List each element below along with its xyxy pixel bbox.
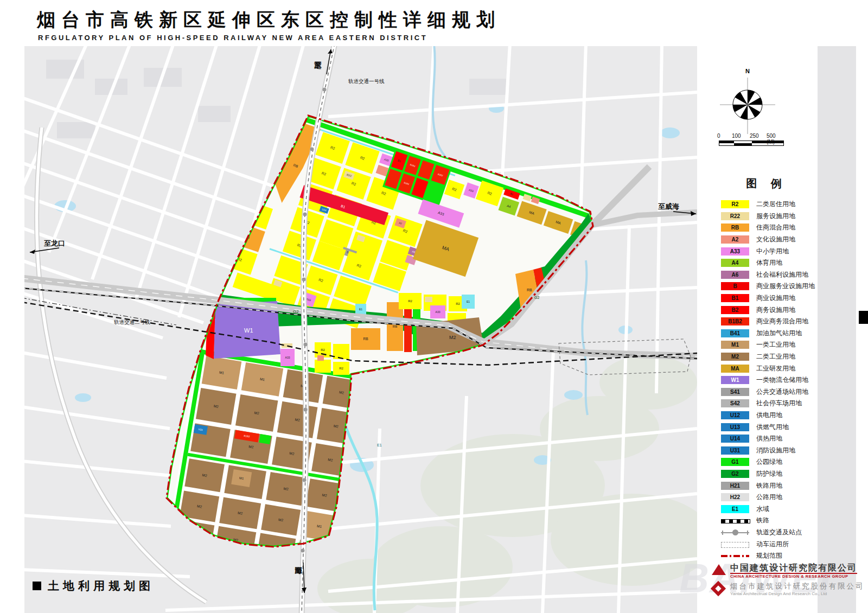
legend-label: 服务设施用地 [756,212,795,221]
legend-swatch: U31 [721,446,749,455]
legend-label: 体育用地 [756,258,782,267]
caption-text: 土地利用规划图 [48,578,154,593]
scale-bar-segment [734,143,752,145]
parcel-R2 [333,344,349,359]
compass-rose-icon: N [697,46,818,182]
map-shape [57,122,95,138]
legend-item: A4体育用地 [716,257,818,269]
legend-item: G2防护绿地 [716,468,818,480]
map-shape [302,278,306,282]
north-label: N [745,68,750,74]
legend-swatch: MA [721,365,749,373]
legend-swatch: R22 [721,212,749,220]
map-shape [580,46,586,222]
legend-item: B商业服务业设施用地 [716,280,818,292]
legend-label: 加油加气站用地 [756,329,802,338]
legend-label: 一类物流仓储用地 [756,375,808,385]
parcel-R22 [425,297,432,302]
legend-swatch: S41 [721,388,749,396]
scale-bar: 0100250500 (M) [719,133,784,149]
map-shape [198,106,231,122]
legend-swatch: G1 [721,458,749,466]
map-shape [323,88,327,92]
legend-label: 动车运用所 [756,540,789,549]
legend-item: R2二类居住用地 [716,199,818,210]
legend-item: R22服务设施用地 [716,210,818,222]
sheet-edge-strip [818,46,856,613]
legend-label: 工业研发用地 [756,364,795,373]
legend-label: 水域 [756,505,769,514]
credits-block: 中国建筑设计研究院有限公司 CHINA ARCHITECTURE DESIGN … [712,563,868,599]
legend-item: 轨道交通及站点 [716,527,818,539]
legend-item: W1一类物流仓储用地 [716,374,818,386]
legend-label: 二类工业用地 [756,352,795,361]
parcel-code-label: R2 [408,299,412,303]
legend-swatch: H21 [721,482,749,490]
map-shape [304,408,308,412]
legend-label: 公园绿地 [756,457,782,467]
scale-tick-label: 250 [750,133,759,139]
scale-tick-label: 0 [717,133,720,139]
legend-swatch: G2 [721,470,749,478]
parcel-code-label: RB [363,337,368,341]
scale-bar-segment [719,141,734,143]
legend-label: 二类居住用地 [756,200,795,209]
legend-item: A2文化设施用地 [716,234,818,246]
map-label: 轨道交通二号线 [114,319,150,325]
legend-item: U13供燃气用地 [716,421,818,433]
parcel-B41 [259,551,269,558]
legend-swatch: U13 [721,423,749,431]
map-shape [529,305,537,342]
map-caption: 土地利用规划图 [33,578,154,593]
legend-item: B41加油加气站用地 [716,328,818,340]
railway-symbol-icon [721,516,749,525]
legend-item: RB住商混合用地 [716,222,818,234]
map-margin-panel: N 0100250500 (M) 图 例 R2二类居住用地R22服务设施用地RB… [697,46,818,613]
legend-item: G1公园绿地 [716,456,818,468]
parcel-code-label: A33 [436,310,441,314]
map-shape [656,46,662,393]
legend-swatch: U12 [721,411,749,419]
legend-item: B1商业设施用地 [716,292,818,304]
map-label: W1 [244,327,253,334]
legend-swatch: B2 [721,306,749,314]
legend-label: 商业商务混合用地 [756,317,808,326]
legend-swatch: H22 [721,493,749,501]
legend: 图 例 R2二类居住用地R22服务设施用地RB住商混合用地A2文化设施用地A33… [716,176,818,561]
legend-title: 图 例 [716,176,818,191]
yantai-seal-icon [712,582,726,595]
parcel-code-label: R2 [339,367,343,370]
credit-zh: 中国建筑设计研究院有限公司 [730,563,857,574]
page-title: 烟台市高铁新区延伸区东区控制性详细规划 [37,8,501,33]
map-shape [469,79,507,95]
map-shape [24,407,170,429]
map-shape [24,461,172,476]
map-shape [30,250,35,254]
legend-label: 轨道交通及站点 [756,528,802,537]
parcel-A2 [317,355,324,361]
map-shape [303,213,307,216]
map-label: M2 [449,335,456,340]
parcel-code-label: E1 [467,300,470,303]
legend-item: M2二类工业用地 [716,351,818,363]
legend-label: 供燃气用地 [756,423,789,432]
cadg-logo-icon [712,563,726,576]
legend-item: MA工业研发用地 [716,362,818,374]
plan-map: RBR2R2A33R2R2R22R2R2B1R2U14S41R2A2A6B1B1… [24,46,697,613]
legend-swatch: R2 [721,200,749,208]
legend-rows: R2二类居住用地R22服务设施用地RB住商混合用地A2文化设施用地A33中小学用… [716,199,818,561]
depot-symbol-icon [721,540,749,548]
map-shape [564,390,583,400]
legend-label: 商业设施用地 [756,293,795,303]
parcel-R2 [315,360,331,373]
legend-label: 商务设施用地 [756,305,795,315]
legend-swatch: W1 [721,376,749,384]
legend-swatch: B41 [721,329,749,337]
map-shape [301,549,305,553]
map-label: 至威海 [658,202,679,210]
map-shape [328,92,697,117]
legend-swatch: U14 [721,435,749,443]
legend-swatch: A4 [721,259,749,267]
page-subtitle: RFGULATORY PLAN OF HIGH-SPEED RAILWAY NE… [38,34,427,42]
legend-item: U31消防设施用地 [716,444,818,456]
